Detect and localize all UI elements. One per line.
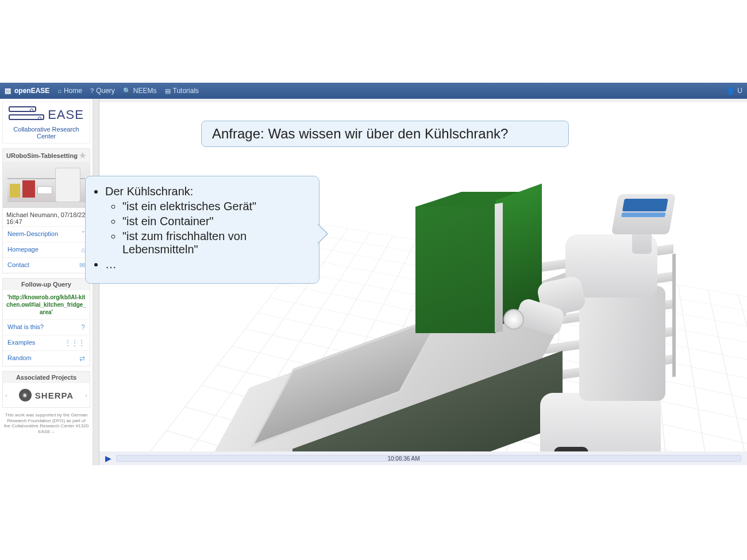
- book-icon: ▤: [165, 87, 171, 95]
- ease-logo-box: EASE Collaborative Research Center: [2, 101, 90, 144]
- assoc-prev[interactable]: ‹: [5, 392, 7, 399]
- fu-random-label: Random: [7, 354, 32, 362]
- nav-home-label: Home: [64, 87, 82, 95]
- nav-user[interactable]: 👤 U: [726, 87, 742, 95]
- answer-trailing: …: [105, 258, 309, 271]
- query-title-callout: Anfrage: Was wissen wir über den Kühlsch…: [201, 121, 569, 147]
- shuffle-icon: ⇄: [79, 354, 85, 362]
- nav-tutorials[interactable]: ▤ Tutorials: [165, 87, 199, 95]
- nav-home[interactable]: ⌂ Home: [57, 87, 82, 95]
- assoc-project-label: SHERPA: [35, 391, 74, 400]
- followup-url: 'http://knowrob.org/kb/IAI-kitchen.owl#i…: [3, 290, 90, 319]
- brand-label: openEASE: [14, 87, 49, 95]
- assoc-project[interactable]: ✳ SHERPA: [19, 389, 74, 401]
- search-icon: 🔍: [123, 87, 131, 95]
- associated-panel: Associated Projects ‹ ✳ SHERPA ›: [2, 371, 90, 408]
- nav-query-label: Query: [96, 87, 115, 95]
- nav-neems[interactable]: 🔍 NEEMs: [123, 87, 157, 95]
- sidebar: EASE Collaborative Research Center URobo…: [0, 99, 93, 465]
- crc-label: Collaborative Research Center: [6, 126, 86, 140]
- robot-pr2: [517, 217, 690, 451]
- nav-user-label: U: [737, 87, 742, 95]
- lnk-homepage[interactable]: Homepage ⌂: [3, 242, 90, 257]
- neem-title: URoboSim-Tablesetting: [6, 152, 78, 159]
- lnk-contact[interactable]: Contact ✉: [3, 257, 90, 273]
- timeline-bar[interactable]: 10:06:36 AM: [116, 455, 741, 462]
- fu-what[interactable]: What is this? ?: [3, 319, 90, 335]
- sherpa-seal-icon: ✳: [19, 389, 32, 401]
- lnk-neem-desc[interactable]: Neem-Description ˅: [3, 226, 90, 242]
- fu-what-label: What is this?: [7, 323, 44, 331]
- lnk-neem-desc-label: Neem-Description: [7, 230, 58, 238]
- star-icon[interactable]: ★: [79, 151, 86, 160]
- fu-random[interactable]: Random ⇄: [3, 350, 90, 366]
- play-button[interactable]: ▶: [105, 454, 111, 463]
- navbar: ▤ openEASE ⌂ Home ? Query 🔍 NEEMs ▤ Tuto…: [0, 83, 747, 99]
- neem-panel-header: URoboSim-Tablesetting ★: [3, 149, 90, 162]
- grid-icon: ⋮⋮⋮: [64, 339, 85, 347]
- neem-thumbnail[interactable]: [3, 162, 90, 208]
- question-icon: ?: [90, 87, 94, 94]
- nav-neems-label: NEEMs: [133, 87, 157, 95]
- answer-bullet-1: "ist ein elektrisches Gerät": [122, 200, 309, 213]
- fu-examples-label: Examples: [7, 339, 35, 347]
- brand-icon: ▤: [5, 87, 11, 95]
- brand[interactable]: ▤ openEASE: [5, 87, 49, 95]
- answer-heading: Der Kühlschrank:: [105, 185, 193, 198]
- query-title-text: Anfrage: Was wissen wir über den Kühlsch…: [212, 126, 508, 141]
- answer-speech-bubble: Der Kühlschrank: "ist ein elektrisches G…: [85, 176, 319, 284]
- neem-panel: URoboSim-Tablesetting ★ Michael Neumann,…: [2, 148, 90, 273]
- followup-panel: Follow-up Query 'http://knowrob.org/kb/I…: [2, 278, 90, 366]
- lnk-homepage-label: Homepage: [7, 246, 38, 254]
- home-icon: ⌂: [57, 87, 61, 94]
- fu-examples[interactable]: Examples ⋮⋮⋮: [3, 335, 90, 350]
- neem-meta: Michael Neumann, 07/18/22 16:47: [3, 208, 90, 226]
- answer-bullet-3: "ist zum frischhalten von Lebensmitteln": [122, 230, 309, 256]
- question-icon: ?: [81, 323, 85, 331]
- assoc-next[interactable]: ›: [85, 392, 87, 399]
- fridge-highlight: [415, 207, 519, 356]
- timeline: ▶ 10:06:36 AM: [99, 451, 747, 465]
- nav-query[interactable]: ? Query: [90, 87, 115, 95]
- sidebar-footer: This work was supported by the German Re…: [3, 412, 89, 434]
- home-icon: ⌂: [81, 246, 85, 254]
- mail-icon: ✉: [79, 261, 85, 269]
- ease-logo: EASE: [9, 106, 84, 122]
- user-icon: 👤: [726, 87, 735, 95]
- followup-header: Follow-up Query: [3, 279, 90, 290]
- timeline-timestamp: 10:06:36 AM: [385, 455, 422, 462]
- associated-header: Associated Projects: [3, 372, 90, 383]
- nav-tutorials-label: Tutorials: [173, 87, 199, 95]
- lnk-contact-label: Contact: [7, 261, 29, 269]
- answer-bullet-2: "ist ein Container": [122, 215, 309, 228]
